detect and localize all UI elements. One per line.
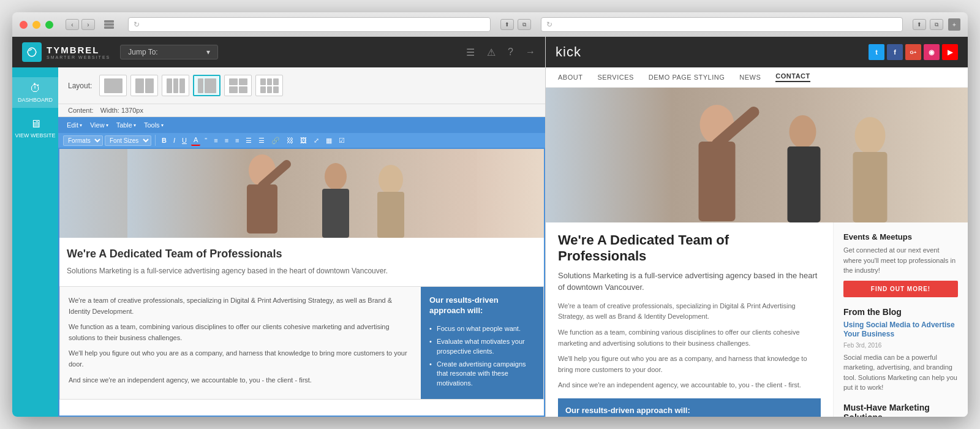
editor-results-box: Our results-driven approach will: Focus …	[421, 287, 543, 399]
editor-body-p1: We're a team of creative professionals, …	[69, 295, 412, 317]
toolbar-tools-btn[interactable]: Tools▾	[140, 120, 167, 131]
nav-about[interactable]: ABOUT	[558, 74, 582, 81]
facebook-button[interactable]: f	[887, 44, 903, 60]
cms-warning-icon[interactable]: ⚠	[487, 47, 496, 58]
share-button[interactable]: ⬆	[500, 19, 514, 30]
youtube-button[interactable]: ▶	[942, 44, 958, 60]
toolbar-view-btn[interactable]: View▾	[86, 120, 112, 131]
sidebar-events-text: Get connected at our next event where yo…	[843, 245, 958, 276]
svg-rect-16	[788, 146, 821, 222]
new-tab-button-2[interactable]: ⧉	[930, 19, 943, 30]
cms-help-icon[interactable]: ?	[508, 47, 513, 58]
main-content: TYMBREL SMARTER WEBSITES Jump To: ☰ ⚠ ? …	[12, 37, 968, 417]
twitter-button[interactable]: t	[869, 44, 884, 60]
underline-button[interactable]: U	[179, 135, 189, 145]
address-bar[interactable]: ↻	[128, 17, 491, 32]
editor-results-item-1: Focus on what people want.	[429, 322, 535, 335]
nav-contact[interactable]: CONTACT	[775, 72, 810, 82]
align-right-button[interactable]: ≡	[233, 135, 241, 145]
website-topbar: kick t f G+ ◉ ▶	[546, 37, 968, 67]
blockquote-button[interactable]: "	[202, 135, 209, 145]
checkbox-button[interactable]: ☑	[336, 135, 347, 146]
zoom-button[interactable]: ⤢	[311, 135, 322, 146]
website-main-heading: We're A Dedicated Team of Professionals	[558, 232, 821, 265]
editor-body-p4: And since we're an independent agency, w…	[69, 375, 412, 386]
sidebar-blog-post-title[interactable]: Using Social Media to Advertise Your Bus…	[843, 321, 958, 340]
cms-jump-to[interactable]: Jump To:	[120, 45, 218, 59]
cms-logo-icon	[22, 42, 42, 62]
website-nav: ABOUT SERVICES DEMO PAGE STYLING NEWS CO…	[546, 67, 968, 88]
formats-select[interactable]: Formats	[63, 135, 103, 146]
tabs-button[interactable]	[100, 20, 118, 29]
svg-rect-8	[322, 189, 349, 238]
image-button[interactable]: 🖼	[298, 135, 309, 145]
table-insert-button[interactable]: ▦	[323, 135, 334, 146]
editor-bottom-section: We're a team of creative professionals, …	[59, 286, 544, 400]
svg-rect-5	[247, 184, 277, 233]
sidebar-marketing-widget: Must-Have Marketing Solutions Ensure you…	[843, 403, 958, 417]
mac-window: ‹ › ↻ ⬆ ⧉ ↻ ⬆ ⧉ +	[12, 12, 968, 417]
cms-sidebar-dashboard[interactable]: ⏱ DASHBOARD	[12, 77, 58, 108]
bold-button[interactable]: B	[159, 135, 169, 145]
italic-button[interactable]: I	[171, 135, 178, 145]
svg-rect-3	[127, 149, 477, 238]
nav-forward-button[interactable]: ›	[81, 19, 95, 30]
maximize-button[interactable]	[45, 21, 53, 29]
googleplus-button[interactable]: G+	[905, 44, 921, 60]
cms-topbar-icons: ☰ ⚠ ? →	[466, 47, 535, 58]
editor-content[interactable]: We're A Dedicated Team of Professionals …	[58, 148, 545, 417]
hero-image-placeholder	[59, 149, 544, 238]
cms-sidebar: ⏱ DASHBOARD 🖥 VIEW WEBSITE	[12, 67, 58, 417]
cms-logo-text: TYMBREL	[47, 45, 110, 55]
layout-option-1col[interactable]	[99, 75, 127, 96]
sidebar-events-cta[interactable]: FIND OUT MORE!	[843, 281, 958, 297]
layout-option-6col[interactable]	[255, 75, 283, 96]
layout-label: Layout:	[68, 82, 92, 90]
svg-rect-18	[853, 152, 888, 222]
nav-news[interactable]: NEWS	[739, 74, 761, 81]
bullet-list-button[interactable]: ☰	[243, 135, 254, 146]
close-button[interactable]	[20, 21, 28, 29]
unlink-button[interactable]: ⛓	[284, 135, 296, 145]
view-website-icon: 🖥	[30, 118, 41, 131]
browser-action-buttons-2: ⬆ ⧉	[913, 19, 943, 30]
new-tab-button[interactable]: ⧉	[518, 19, 531, 30]
add-tab-button[interactable]: +	[948, 18, 960, 31]
instagram-button[interactable]: ◉	[924, 44, 940, 60]
layout-bar: Layout:	[58, 67, 545, 104]
color-button[interactable]: A	[191, 135, 200, 146]
numbered-list-button[interactable]: ☰	[256, 135, 267, 146]
align-left-button[interactable]: ≡	[211, 135, 220, 145]
cms-exit-icon[interactable]: →	[526, 47, 535, 58]
editor-main-subtext: Solutions Marketing is a full-service ad…	[67, 265, 537, 276]
share-button-2[interactable]: ⬆	[913, 19, 926, 30]
nav-back-button[interactable]: ‹	[66, 19, 79, 30]
align-center-button[interactable]: ≡	[222, 135, 231, 145]
svg-point-9	[379, 165, 403, 194]
font-sizes-select[interactable]: Font Sizes	[105, 135, 151, 146]
minimize-button[interactable]	[32, 21, 40, 29]
website-panel: kick t f G+ ◉ ▶ ABOUT SERVICES DEMO PAGE…	[545, 37, 968, 417]
nav-demo[interactable]: DEMO PAGE STYLING	[649, 74, 725, 81]
website-results-box: Our results-driven approach will: Focus …	[558, 398, 821, 417]
svg-rect-13	[699, 142, 736, 221]
nav-services[interactable]: SERVICES	[597, 74, 633, 81]
link-button[interactable]: 🔗	[269, 135, 282, 146]
editor-results-item-2: Evaluate what motivates your prospective…	[429, 335, 535, 358]
toolbar-table-btn[interactable]: Table▾	[113, 120, 140, 131]
toolbar-divider-1	[155, 135, 156, 146]
toolbar-edit-btn[interactable]: Edit▾	[63, 120, 86, 131]
layout-option-main-sidebar[interactable]	[193, 75, 221, 96]
layout-option-2col[interactable]	[130, 75, 158, 96]
cms-sidebar-view-website[interactable]: 🖥 VIEW WEBSITE	[12, 113, 58, 143]
cms-panel: TYMBREL SMARTER WEBSITES Jump To: ☰ ⚠ ? …	[12, 37, 545, 417]
website-body-p3: We'll help you figure out who you are as…	[558, 354, 821, 375]
dashboard-icon: ⏱	[30, 82, 41, 95]
cms-list-icon[interactable]: ☰	[466, 47, 475, 58]
website-results-heading: Our results-driven approach will:	[565, 406, 813, 415]
address-bar-2[interactable]: ↻	[541, 17, 903, 32]
layout-option-4col[interactable]	[224, 75, 252, 96]
website-sidebar: Events & Meetups Get connected at our ne…	[833, 222, 968, 417]
cms-editor-area: Layout:	[58, 67, 545, 417]
layout-option-3col[interactable]	[162, 75, 189, 96]
